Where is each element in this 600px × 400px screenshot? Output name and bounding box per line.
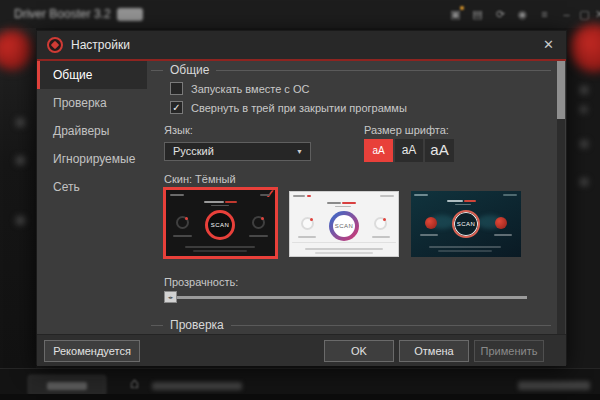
- transparency-slider-handle[interactable]: ◂▸: [164, 291, 177, 303]
- autostart-checkbox[interactable]: [170, 82, 183, 95]
- check-icon: ✓: [172, 102, 180, 113]
- language-dropdown[interactable]: Русский ▼: [164, 142, 311, 161]
- minimize-to-tray-checkbox[interactable]: ✓: [170, 101, 183, 114]
- language-value: Русский: [173, 145, 214, 157]
- refresh-icon[interactable]: ⟳: [494, 8, 507, 21]
- dialog-titlebar[interactable]: Настройки ✕: [37, 31, 566, 59]
- sidebar-item-general[interactable]: Общие: [37, 61, 147, 89]
- screen: Driver Booster 3.2 ▣ ▤ ⟳ ◉ ≡ – ▢ ✕ ⌂ Нас…: [0, 0, 600, 400]
- minimize-icon[interactable]: –: [560, 8, 573, 21]
- checkbox-row-minimize-to-tray: ✓ Свернуть в трей при закрытии программы: [170, 101, 407, 114]
- font-size-label: Размер шрифта:: [364, 124, 449, 136]
- language-label: Язык:: [164, 124, 193, 136]
- settings-content: Общие Запускать вместе с ОС ✓ Свернуть в…: [147, 61, 559, 334]
- background-list-icon: [580, 86, 588, 94]
- mini-scan-button: SCAN: [205, 210, 235, 240]
- dialog-scrollbar-thumb[interactable]: [557, 61, 565, 119]
- section-header-scan: Проверка: [151, 318, 551, 332]
- dialog-scrollbar[interactable]: [557, 61, 565, 334]
- sidebar-item-ignored[interactable]: Игнорируемые: [37, 145, 147, 173]
- mini-gauge: [495, 217, 507, 229]
- user-icon[interactable]: ◉: [516, 8, 529, 21]
- cancel-button[interactable]: Отмена: [399, 340, 469, 362]
- gift-icon[interactable]: ▣: [449, 8, 462, 21]
- settings-sidebar: Общие Проверка Драйверы Игнорируемые Сет…: [37, 61, 147, 334]
- hamburger-menu-icon[interactable]: ≡: [538, 8, 551, 21]
- section-header-general: Общие: [151, 63, 551, 77]
- background-list-icon: [580, 140, 588, 148]
- transparency-slider-track[interactable]: [164, 296, 527, 299]
- background-link-text: [152, 382, 242, 390]
- background-titlebar: Driver Booster 3.2 ▣ ▤ ⟳ ◉ ≡ – ▢ ✕: [0, 0, 600, 28]
- sidebar-item-network[interactable]: Сеть: [37, 173, 147, 201]
- mini-gauge: [252, 216, 265, 229]
- recommended-button[interactable]: Рекомендуется: [44, 340, 140, 362]
- driver-booster-icon: [47, 37, 63, 53]
- background-list-icon: [580, 178, 588, 186]
- mini-scan-button: SCAN: [452, 210, 480, 238]
- font-size-small-button[interactable]: aA: [364, 139, 393, 162]
- trophy-icon[interactable]: ▤: [471, 8, 484, 21]
- background-left-panel: [0, 28, 36, 368]
- sidebar-item-drivers[interactable]: Драйверы: [37, 117, 147, 145]
- font-size-medium-button[interactable]: aA: [395, 139, 423, 162]
- background-menu-button[interactable]: [28, 375, 106, 396]
- window-close-icon[interactable]: ✕: [593, 8, 600, 21]
- background-list-icon: [16, 118, 25, 127]
- skin-thumbnail-teal[interactable]: SCAN: [411, 191, 521, 257]
- font-size-large-button[interactable]: aA: [425, 139, 454, 162]
- background-bottom-strip: [0, 394, 600, 400]
- background-list-icon: [16, 156, 25, 165]
- chevron-down-icon: ▼: [296, 143, 303, 160]
- minimize-to-tray-label: Свернуть в трей при закрытии программы: [191, 102, 407, 114]
- background-status-text: [518, 381, 590, 390]
- dialog-footer: Рекомендуется OK Отмена Применить: [37, 334, 566, 366]
- settings-dialog: Настройки ✕ Общие Проверка Драйверы Игно…: [36, 30, 567, 365]
- home-icon: ⌂: [130, 374, 139, 391]
- ok-button[interactable]: OK: [324, 340, 394, 362]
- mini-scan-button: SCAN: [329, 211, 359, 241]
- skin-thumbnail-dark[interactable]: ✓ SCAN: [163, 187, 278, 259]
- background-list-icon: [580, 106, 587, 113]
- version-badge: [117, 8, 143, 21]
- background-list-icon: [16, 216, 25, 225]
- mini-gauge: [301, 217, 314, 230]
- skin-thumbnail-light[interactable]: SCAN: [289, 191, 399, 257]
- dialog-close-icon[interactable]: ✕: [543, 37, 554, 52]
- mini-gauge: [374, 217, 387, 230]
- mini-gauge: [176, 216, 189, 229]
- dialog-title: Настройки: [71, 38, 130, 52]
- maximize-icon[interactable]: ▢: [578, 8, 591, 21]
- transparency-label: Прозрачность:: [164, 276, 238, 288]
- background-scan-button-right: [570, 24, 600, 72]
- autostart-label: Запускать вместе с ОС: [191, 83, 309, 95]
- skin-label: Скин: Тёмный: [164, 173, 236, 185]
- sidebar-item-scan[interactable]: Проверка: [37, 89, 147, 117]
- background-app-title: Driver Booster 3.2: [14, 7, 111, 21]
- checkbox-row-autostart: Запускать вместе с ОС: [170, 82, 309, 95]
- apply-button[interactable]: Применить: [474, 340, 544, 362]
- mini-gauge: [425, 217, 437, 229]
